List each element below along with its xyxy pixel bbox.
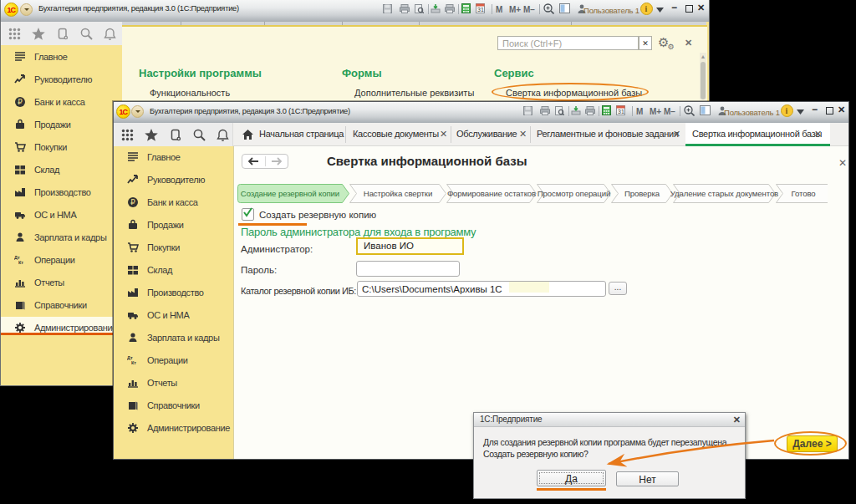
- svg-text:Просмотр операций: Просмотр операций: [538, 189, 611, 198]
- svg-text:₽: ₽: [18, 98, 23, 106]
- svg-text:Формирование остатков: Формирование остатков: [447, 189, 536, 198]
- svg-text:i: i: [645, 4, 648, 13]
- svg-text:Настройка свертки: Настройка свертки: [364, 189, 432, 198]
- svg-text:Кт: Кт: [131, 360, 136, 365]
- svg-text:Проверка: Проверка: [624, 189, 660, 198]
- svg-text:31: 31: [477, 7, 484, 13]
- svg-text:31: 31: [618, 109, 624, 115]
- svg-text:Удаление старых документов: Удаление старых документов: [670, 189, 778, 198]
- svg-text:Создание резервной копии: Создание резервной копии: [241, 189, 339, 198]
- svg-text:i: i: [786, 106, 788, 115]
- svg-text:Готово: Готово: [791, 189, 815, 198]
- svg-text:₽: ₽: [130, 198, 135, 206]
- svg-text:Кт: Кт: [18, 260, 23, 265]
